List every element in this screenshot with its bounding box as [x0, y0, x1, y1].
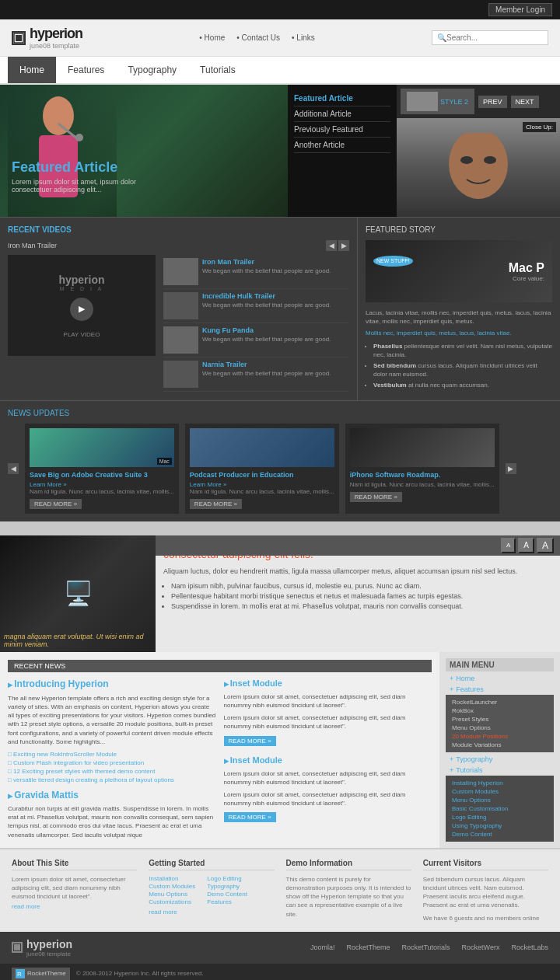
font-size-large[interactable]: A [537, 538, 554, 553]
footer-link-features[interactable]: Features [207, 898, 247, 905]
news-title-2[interactable]: Podcast Producer in Education [190, 471, 334, 479]
sidebar-sub-preset[interactable]: Preset Styles [449, 715, 551, 724]
inset1-title: Inset Module [224, 678, 432, 688]
special-feature-image: 🖥️ magna aliquam erat volutpat. Ut wisi … [0, 535, 156, 652]
nav-tutorials[interactable]: Tutorials [188, 57, 247, 83]
nav-typography[interactable]: Typography [116, 57, 188, 83]
close-up-face [439, 133, 517, 203]
video-title-2[interactable]: Incredible Hulk Trailer [202, 292, 331, 300]
news-prev-arrow[interactable]: ◀ [8, 463, 19, 474]
featured-story-link[interactable]: Mollis nec, imperdiet quis, metus, lacus… [366, 330, 512, 337]
footer-link-logo[interactable]: Logo Editing [207, 875, 247, 882]
sidebar-typography[interactable]: Typography [446, 754, 554, 765]
video-item-3[interactable]: Kung Fu Panda We began with the belief t… [163, 323, 349, 357]
header-nav-contact[interactable]: • Contact Us [236, 33, 280, 42]
video-info-3: Kung Fu Panda We began with the belief t… [202, 326, 331, 354]
tutorial-6[interactable]: Using Typography [449, 821, 551, 830]
footer-link-demo-content[interactable]: Demo Content [207, 891, 247, 898]
play-button[interactable]: ▶ [70, 298, 93, 321]
sidebar-sub-rocketlauncher[interactable]: RocketLauncher [449, 698, 551, 706]
rn-link-2[interactable]: Custom Flash integration for video prese… [8, 759, 216, 766]
header-nav-links[interactable]: • Links [292, 33, 315, 42]
sidebar-sub-menu[interactable]: Menu Options [449, 724, 551, 732]
sidebar-sub-20module[interactable]: 20 Module Positions [449, 732, 551, 741]
nav-home[interactable]: Home [8, 57, 56, 83]
rn-link-1[interactable]: Exciting new RokIntroScroller Module [8, 751, 216, 758]
footer-link-customizations[interactable]: Customizations [149, 898, 195, 905]
footer-link-installation[interactable]: Installation [149, 875, 195, 882]
news-image-1: Mac [30, 428, 174, 467]
tutorial-5[interactable]: Logo Editing [449, 813, 551, 821]
sidebar-features[interactable]: Features [446, 684, 554, 695]
header-nav-home[interactable]: • Home [199, 33, 225, 42]
footer-link-typography[interactable]: Typography [207, 883, 247, 890]
footer-nav-werx[interactable]: RocketWerx [462, 943, 500, 951]
footer-getting-links: Installation Custom Modules Menu Options… [149, 875, 274, 906]
bullet-3: Vestibulum at nulla nec quam accumsan. [373, 381, 552, 389]
video-desc-4: We began with the belief that people are… [202, 370, 331, 377]
nav-features[interactable]: Features [56, 57, 116, 83]
sidebar-sub-rokbox[interactable]: RokBox [449, 706, 551, 715]
news-updates-section: NEWS UPDATES ◀ Mac Save Big on Adobe Cre… [0, 400, 560, 521]
tutorial-2[interactable]: Custom Modules [449, 787, 551, 796]
video-item-1[interactable]: Iron Man Trailer We began with the belie… [163, 255, 349, 289]
footer-getting-read-more[interactable]: read more [149, 909, 177, 915]
featured-story-image: NEW STUFF! Mac P Core value: [366, 240, 552, 302]
video-next-arrow[interactable]: ▶ [338, 240, 349, 251]
hero-article-1[interactable]: Featured Article [294, 91, 390, 106]
font-size-small[interactable]: A [501, 538, 516, 553]
video-player[interactable]: hyperion M E D I A ▶ PLAY VIDEO [8, 255, 156, 356]
search-input[interactable] [446, 33, 540, 42]
recent-news-header: RECENT NEWS [8, 660, 432, 672]
video-item-4[interactable]: Narnia Trailer We began with the belief … [163, 357, 349, 392]
footer-nav-rockettheme[interactable]: RocketTheme [346, 943, 390, 951]
footer-demo-body: This demo content is purely for demonstr… [286, 875, 411, 919]
logo-name: hyperion [30, 26, 82, 41]
footer-about-title: About This Site [12, 859, 137, 870]
news-next-arrow[interactable]: ▶ [506, 463, 516, 474]
footer-nav-tutorials[interactable]: RocketTutorials [401, 943, 450, 951]
prev-button[interactable]: PREV [478, 96, 507, 108]
read-more-2[interactable]: READ MORE » [190, 499, 242, 509]
sidebar-home[interactable]: Home [446, 673, 554, 684]
rn-link-3[interactable]: 12 Exciting preset styles with themed de… [8, 768, 216, 775]
footer-link-custom-modules[interactable]: Custom Modules [149, 883, 195, 890]
svg-point-2 [43, 96, 74, 135]
font-size-medium[interactable]: A [518, 538, 534, 553]
news-desc-1: Nam id ligula. Nunc arcu lacus, lacinia … [30, 488, 174, 496]
tutorial-7[interactable]: Demo Content [449, 830, 551, 839]
footer-link-menu-options[interactable]: Menu Options [149, 891, 195, 898]
footer-nav-joomla[interactable]: Joomla! [310, 943, 335, 951]
member-login-button[interactable]: Member Login [488, 3, 552, 16]
news-title-3[interactable]: iPhone Software Roadmap. [350, 471, 495, 479]
read-more-3[interactable]: READ MORE » [350, 492, 402, 502]
video-prev-arrow[interactable]: ◀ [326, 240, 337, 251]
rn-link-4[interactable]: versatile tiered design creating a pleth… [8, 776, 216, 783]
video-title-1[interactable]: Iron Man Trailer [202, 258, 331, 266]
read-more-1[interactable]: READ MORE » [30, 499, 82, 509]
news-link-2[interactable]: Learn More » [190, 481, 334, 488]
special-feature-body: Aliquam luctus, dolor eu hendrerit matti… [163, 567, 560, 577]
tutorial-1[interactable]: Installing Hyperion [449, 779, 551, 787]
sidebar-sub-variations[interactable]: Module Variations [449, 741, 551, 749]
rockettheme-icon: R [16, 969, 25, 978]
footer-nav-labs[interactable]: RocketLabs [511, 943, 548, 951]
gravida-title: Gravida Mattis [8, 790, 216, 800]
video-title-4[interactable]: Narnia Trailer [202, 361, 331, 368]
next-button[interactable]: NEXT [511, 96, 539, 108]
hero-article-4[interactable]: Another Article [294, 138, 390, 153]
news-title-1[interactable]: Save Big on Adobe Creative Suite 3 [30, 471, 174, 479]
hero-article-3[interactable]: Previously Featured [294, 122, 390, 138]
copyright-text: © 2008-2012 Hyperion Inc. All rights res… [76, 970, 204, 977]
tutorial-4[interactable]: Basic Customisation [449, 804, 551, 813]
inset1-read-more[interactable]: READ MORE » [224, 736, 276, 746]
video-item-2[interactable]: Incredible Hulk Trailer We began with th… [163, 289, 349, 323]
video-title-3[interactable]: Kung Fu Panda [202, 326, 331, 334]
hero-article-2[interactable]: Additional Article [294, 106, 390, 122]
tutorial-3[interactable]: Menu Options [449, 796, 551, 804]
news-link-1[interactable]: Learn More » [30, 481, 174, 488]
inset2-read-more[interactable]: READ MORE » [224, 812, 276, 822]
footer-about-read-more[interactable]: read more [12, 903, 40, 910]
footer-getting-title: Getting Started [149, 859, 274, 870]
sidebar-tutorials[interactable]: Tutorials [446, 765, 554, 776]
